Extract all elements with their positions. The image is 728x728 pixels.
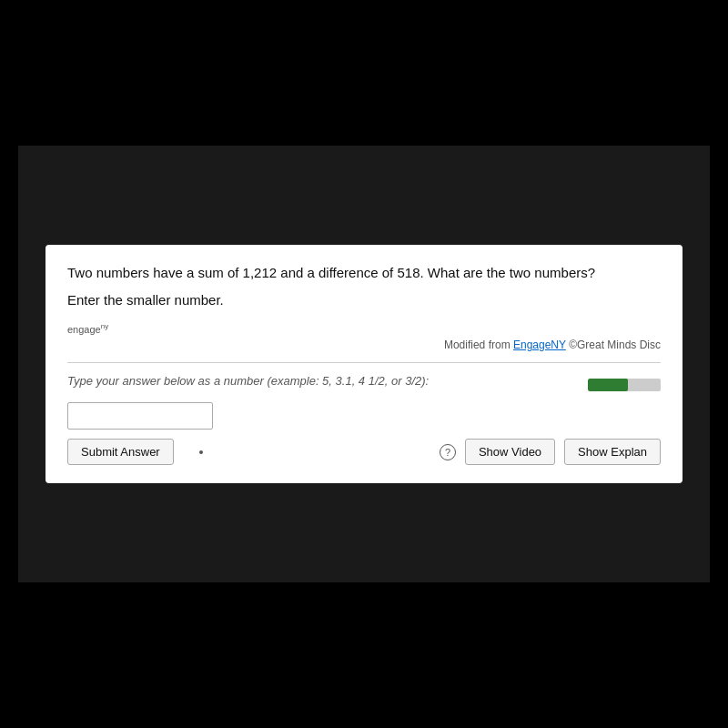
- question-sub-text: Enter the smaller number.: [67, 292, 661, 308]
- right-buttons: ? Show Video Show Explan: [440, 439, 661, 465]
- screen-container: Two numbers have a sum of 1,212 and a di…: [18, 146, 710, 582]
- help-icon[interactable]: ?: [440, 444, 456, 460]
- content-panel: Two numbers have a sum of 1,212 and a di…: [46, 245, 682, 483]
- progress-bar: [588, 379, 661, 391]
- progress-fill: [588, 379, 628, 391]
- question-main-text: Two numbers have a sum of 1,212 and a di…: [67, 263, 661, 284]
- engage-logo: engageny: [67, 322, 661, 335]
- submit-button[interactable]: Submit Answer: [67, 439, 174, 465]
- bottom-row: Submit Answer ? Show Video Show Explan: [67, 439, 661, 465]
- answer-input[interactable]: [67, 402, 213, 430]
- attribution: Modified from EngageNY ©Great Minds Disc: [67, 339, 661, 351]
- engageny-link[interactable]: EngageNY: [513, 339, 566, 351]
- section-divider: [67, 362, 661, 363]
- answer-label: Type your answer below as a number (exam…: [67, 374, 429, 388]
- show-video-button[interactable]: Show Video: [465, 439, 555, 465]
- dot-separator: [199, 450, 203, 454]
- input-row: [67, 402, 661, 430]
- progress-bar-container: [588, 379, 661, 391]
- show-explain-button[interactable]: Show Explan: [564, 439, 661, 465]
